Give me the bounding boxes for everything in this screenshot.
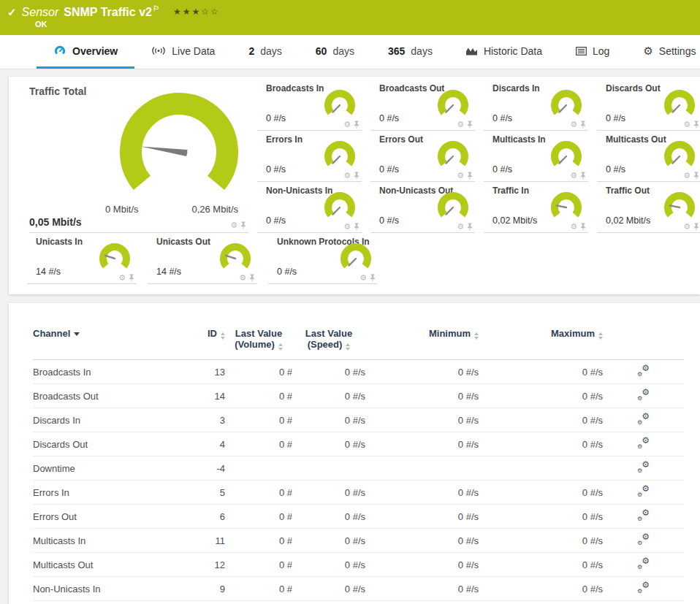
channel-settings-icon[interactable]: ⚙⚙	[637, 389, 650, 400]
channel-settings-icon[interactable]: ⚙⚙	[637, 534, 650, 545]
cell-max: 0 #/s	[479, 432, 603, 456]
priority-stars[interactable]: ★★★☆☆	[173, 7, 220, 17]
gauge-cell[interactable]: Unicasts In 14 #/s ⚙	[27, 233, 137, 284]
table-row[interactable]: Errors Out 6 0 # 0 #/s 0 #/s 0 #/s ⚙⚙	[33, 505, 684, 529]
cell-max: 0 #/s	[479, 577, 603, 601]
gauge-cell[interactable]: Discards Out 0 #/s ⚙	[597, 80, 700, 131]
gauge-pin-icon[interactable]	[369, 274, 376, 282]
cell-volume	[225, 456, 292, 481]
gauge-settings-gear-icon[interactable]: ⚙	[457, 223, 464, 231]
gauge-cell[interactable]: Unicasts Out 14 #/s ⚙	[148, 233, 257, 284]
gauge-cell[interactable]: Unknown Protocols In 0 #/s ⚙	[268, 233, 378, 284]
channel-settings-icon[interactable]: ⚙⚙	[637, 365, 650, 376]
gauge-settings-gear-icon[interactable]: ⚙	[343, 172, 351, 180]
channel-settings-icon[interactable]: ⚙⚙	[637, 413, 650, 424]
gauge-settings-gear-icon[interactable]: ⚙	[570, 121, 577, 129]
gauge-pin-icon[interactable]	[248, 274, 256, 282]
flag-icon[interactable]: ⚐	[153, 4, 159, 12]
table-row[interactable]: Multicasts In 11 0 # 0 #/s 0 #/s 0 #/s ⚙…	[33, 529, 684, 553]
tab-settings[interactable]: ⚙ Settings	[626, 35, 700, 69]
gauge-settings-gear-icon[interactable]: ⚙	[570, 172, 577, 180]
gauge-cell[interactable]: Errors Out 0 #/s ⚙	[370, 131, 475, 182]
column-header-minimum[interactable]: Minimum	[365, 325, 479, 360]
gauge-settings-gear-icon[interactable]: ⚙	[118, 274, 126, 282]
tab-historic-data[interactable]: Historic Data	[449, 35, 559, 69]
gauge-settings-gear-icon[interactable]: ⚙	[683, 223, 691, 231]
cell-max: 0 #/s	[479, 553, 603, 577]
gauge-settings-gear-icon[interactable]: ⚙	[457, 121, 464, 129]
tab-live-data[interactable]: Live Data	[134, 35, 232, 69]
gauge-pin-icon[interactable]	[693, 223, 700, 231]
gauge-cell[interactable]: Traffic In 0,02 Mbit/s ⚙	[484, 182, 588, 233]
column-header-last-value-volume[interactable]: Last Value (Volume)	[225, 325, 292, 360]
status-check-icon: ✓	[7, 6, 17, 19]
gauge-cell[interactable]: Multicasts Out 0 #/s ⚙	[597, 131, 700, 182]
cell-speed: 0 #/s	[292, 384, 365, 408]
gauge-settings-gear-icon[interactable]: ⚙	[359, 274, 367, 282]
tab-number: 2	[248, 45, 254, 57]
cell-settings: ⚙⚙	[603, 553, 684, 577]
gauge-pin-icon[interactable]	[579, 172, 587, 180]
gauge-pin-icon[interactable]	[579, 121, 587, 129]
gauge-pin-icon[interactable]	[466, 172, 473, 180]
traffic-total-gauge-cell[interactable]: Traffic Total 0 Mbit/s 0,26 Mbit/s 0,05 …	[29, 80, 248, 233]
gauge-pin-icon[interactable]	[240, 221, 247, 229]
tab-60-days[interactable]: 60 days	[299, 35, 371, 69]
gauge-title: Broadcasts In	[266, 83, 324, 93]
gauge-value: 0 #/s	[379, 215, 399, 226]
channel-settings-icon[interactable]: ⚙⚙	[637, 558, 650, 569]
gauge-scale-max: 0,26 Mbit/s	[191, 204, 238, 215]
gauge-cell[interactable]: Non-Unicasts In 0 #/s ⚙	[257, 182, 362, 233]
table-row[interactable]: Broadcasts In 13 0 # 0 #/s 0 #/s 0 #/s ⚙…	[33, 360, 684, 384]
column-header-channel[interactable]: Channel	[33, 325, 175, 360]
table-row[interactable]: Non-Unicasts In 9 0 # 0 #/s 0 #/s 0 #/s …	[33, 577, 684, 601]
tab-365-days[interactable]: 365 days	[371, 35, 449, 69]
gauge-settings-gear-icon[interactable]: ⚙	[343, 223, 351, 231]
tab-log[interactable]: Log	[559, 35, 626, 69]
column-header-last-value-speed[interactable]: Last Value (Speed)	[292, 325, 365, 360]
table-row[interactable]: Discards In 3 0 # 0 #/s 0 #/s 0 #/s ⚙⚙	[33, 408, 684, 432]
gauge-pin-icon[interactable]	[466, 223, 473, 231]
gauge-settings-gear-icon[interactable]: ⚙	[457, 172, 464, 180]
gauge-settings-gear-icon[interactable]: ⚙	[343, 121, 351, 129]
table-row[interactable]: Discards Out 4 0 # 0 #/s 0 #/s 0 #/s ⚙⚙	[33, 432, 684, 456]
gauge-cell[interactable]: Non-Unicasts Out 0 #/s ⚙	[370, 182, 475, 233]
gauge-pin-icon[interactable]	[353, 121, 360, 129]
column-header-maximum[interactable]: Maximum	[479, 325, 603, 360]
gauge-cell[interactable]: Broadcasts In 0 #/s ⚙	[257, 80, 362, 131]
gauge-settings-gear-icon[interactable]: ⚙	[683, 121, 691, 129]
tab-label: days	[260, 45, 282, 57]
table-row[interactable]: Broadcasts Out 14 0 # 0 #/s 0 #/s 0 #/s …	[33, 384, 684, 408]
gauge-cell[interactable]: Traffic Out 0,02 Mbit/s ⚙	[597, 182, 700, 233]
gauge-title: Multicasts In	[492, 134, 546, 145]
gauge-pin-icon[interactable]	[693, 172, 700, 180]
channel-settings-icon[interactable]: ⚙⚙	[637, 437, 650, 448]
sort-icon	[278, 343, 283, 351]
channel-settings-icon[interactable]: ⚙⚙	[637, 462, 650, 473]
gauge-pin-icon[interactable]	[128, 274, 135, 282]
table-row[interactable]: Multicasts Out 12 0 # 0 #/s 0 #/s 0 #/s …	[33, 553, 684, 577]
gauge-pin-icon[interactable]	[693, 121, 700, 129]
column-header-id[interactable]: ID	[175, 325, 225, 360]
channel-settings-icon[interactable]: ⚙⚙	[637, 510, 650, 521]
table-row[interactable]: Downtime -4 ⚙⚙	[33, 456, 684, 481]
gauge-settings-gear-icon[interactable]: ⚙	[683, 172, 691, 180]
traffic-total-needle	[140, 143, 188, 156]
gauge-cell[interactable]: Discards In 0 #/s ⚙	[484, 80, 588, 131]
channel-settings-icon[interactable]: ⚙⚙	[637, 582, 650, 593]
gauge-settings-gear-icon[interactable]: ⚙	[239, 274, 246, 282]
gauge-cell[interactable]: Errors In 0 #/s ⚙	[257, 131, 362, 182]
tab-bar: Overview Live Data 2 days 60 days 365 da…	[0, 35, 700, 69]
tab-2-days[interactable]: 2 days	[232, 35, 298, 69]
gauge-settings-gear-icon[interactable]: ⚙	[570, 223, 577, 231]
gauge-pin-icon[interactable]	[353, 223, 360, 231]
gauge-pin-icon[interactable]	[353, 172, 360, 180]
gauge-pin-icon[interactable]	[579, 223, 587, 231]
gauge-settings-gear-icon[interactable]: ⚙	[230, 221, 237, 229]
gauge-cell[interactable]: Multicasts In 0 #/s ⚙	[484, 131, 588, 182]
channel-settings-icon[interactable]: ⚙⚙	[637, 486, 650, 497]
table-row[interactable]: Errors In 5 0 # 0 #/s 0 #/s 0 #/s ⚙⚙	[33, 481, 684, 505]
tab-overview[interactable]: Overview	[37, 35, 134, 69]
gauge-cell[interactable]: Broadcasts Out 0 #/s ⚙	[370, 80, 475, 131]
gauge-pin-icon[interactable]	[466, 121, 473, 129]
